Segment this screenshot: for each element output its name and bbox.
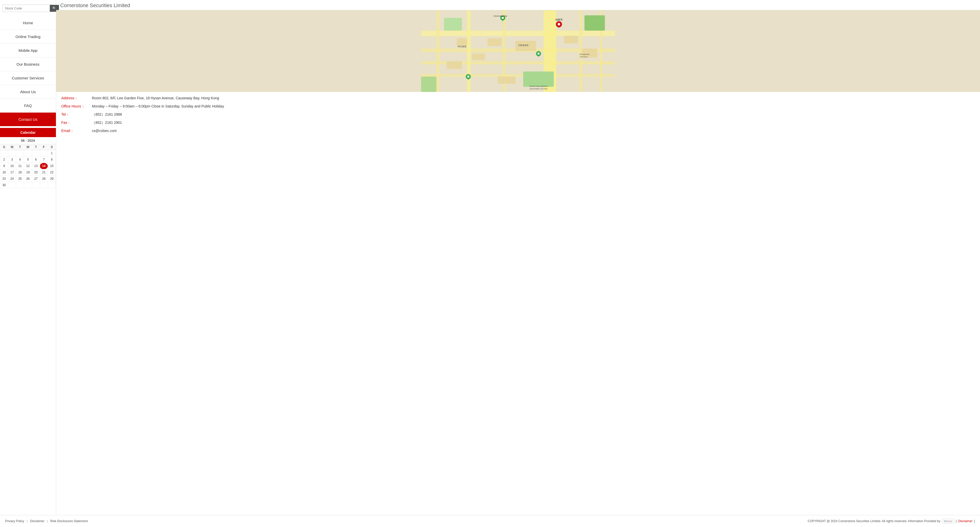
- calendar-day[interactable]: 30: [0, 182, 8, 188]
- svg-rect-13: [523, 72, 554, 87]
- calendar-week-row: 9101112131415: [0, 163, 56, 169]
- cal-dow-3: W: [24, 144, 32, 150]
- nav-item-contact-us[interactable]: Contact Us: [0, 113, 56, 126]
- calendar-day: [8, 182, 16, 188]
- office-hours-value: Monday – Friday ~ 9:00am – 6:00pm Close …: [92, 104, 224, 108]
- calendar-day[interactable]: 10: [8, 163, 16, 169]
- privacy-policy-link[interactable]: Privacy Policy: [5, 519, 24, 523]
- svg-rect-5: [436, 10, 439, 92]
- cal-dow-2: T: [16, 144, 24, 150]
- nav-item-faq[interactable]: FAQ: [0, 99, 56, 113]
- footer-right: COPYRIGHT @ 2024 Cornerstone Securities …: [808, 519, 975, 524]
- contact-info: Address： Room 802, 8/F, Lee Garden Five,…: [56, 92, 980, 141]
- calendar-week-row: 23242526272829: [0, 176, 56, 182]
- calendar-day[interactable]: 2: [0, 156, 8, 163]
- search-icon: 🔍: [52, 6, 56, 10]
- calendar-day[interactable]: 29: [48, 176, 56, 182]
- office-hours-label: Office Hours：: [61, 104, 92, 109]
- calendar-day: [24, 182, 32, 188]
- calendar-day: [32, 182, 40, 188]
- nav-item-our-business[interactable]: Our Business: [0, 57, 56, 71]
- calendar-day[interactable]: 5: [24, 156, 32, 163]
- svg-rect-21: [447, 61, 462, 69]
- sidebar-nav: Home Online Trading Mobile App Our Busin…: [0, 16, 56, 126]
- calendar-day[interactable]: 6: [32, 156, 40, 163]
- nav-item-home[interactable]: Home: [0, 16, 56, 30]
- page-wrapper: 🔍 Home Online Trading Mobile App Our Bus…: [0, 0, 980, 527]
- calendar-day[interactable]: 1: [48, 150, 56, 156]
- calendar-day: [32, 150, 40, 156]
- email-row: Email： cs@cslsec.com: [61, 129, 975, 133]
- calendar-day: [40, 150, 48, 156]
- risk-disclosures-link[interactable]: Risk Disclosures Statement: [50, 519, 88, 523]
- footer-copyright: COPYRIGHT @ 2024 Cornerstone Securities …: [808, 519, 940, 523]
- calendar-day: [40, 182, 48, 188]
- svg-text:South China Athletic: South China Athletic: [529, 85, 547, 87]
- tel-row: Tel： （852）2161 2988: [61, 112, 975, 117]
- address-row: Address： Room 802, 8/F, Lee Garden Five,…: [61, 96, 975, 100]
- content-area: Cornerstone Securities Limited: [56, 0, 980, 515]
- calendar-day[interactable]: 4: [16, 156, 24, 163]
- calendar-day[interactable]: 20: [32, 169, 40, 176]
- calendar-day[interactable]: 11: [16, 163, 24, 169]
- calendar-day[interactable]: 14: [40, 163, 48, 169]
- footer-disclaimer-bracket-open: [: [956, 519, 956, 523]
- calendar-week-row: 2345678: [0, 156, 56, 163]
- calendar-day: [24, 150, 32, 156]
- calendar-day[interactable]: 12: [24, 163, 32, 169]
- search-input[interactable]: [3, 5, 50, 12]
- footer: Privacy Policy | Disclaimer | Risk Discl…: [0, 515, 980, 527]
- footer-disclaimer-link[interactable]: Disclaimer: [958, 519, 973, 523]
- cal-dow-4: T: [32, 144, 40, 150]
- svg-point-31: [538, 53, 540, 55]
- cal-dow-6: S: [48, 144, 56, 150]
- map-container: 銅鑼灣 Causeway Bay 時代廣場 利舞臺廣場 Disciplined …: [56, 10, 980, 92]
- calendar-day[interactable]: 8: [48, 156, 56, 163]
- calendar-day[interactable]: 18: [16, 169, 24, 176]
- sidebar: 🔍 Home Online Trading Mobile App Our Bus…: [0, 0, 56, 515]
- calendar-day: [48, 182, 56, 188]
- calendar-day[interactable]: 16: [0, 169, 8, 176]
- svg-text:Disciplined: Disciplined: [579, 53, 589, 56]
- svg-point-34: [468, 76, 469, 78]
- calendar-day[interactable]: 23: [0, 176, 8, 182]
- calendar-day[interactable]: 21: [40, 169, 48, 176]
- tel-label: Tel：: [61, 112, 92, 117]
- calendar-day[interactable]: 25: [16, 176, 24, 182]
- svg-point-25: [558, 23, 560, 25]
- calendar-section: Calendar 06 - 2024 S M T W T F S: [0, 128, 56, 188]
- calendar-day[interactable]: 13: [32, 163, 40, 169]
- calendar-day[interactable]: 28: [40, 176, 48, 182]
- calendar-day[interactable]: 9: [0, 163, 8, 169]
- cal-dow-0: S: [0, 144, 8, 150]
- provider-logo: Winner: [942, 519, 955, 524]
- nav-item-about-us[interactable]: About Us: [0, 85, 56, 99]
- calendar-day[interactable]: 7: [40, 156, 48, 163]
- nav-item-online-trading[interactable]: Online Trading: [0, 30, 56, 44]
- calendar-table: S M T W T F S 12345678910111213141516171…: [0, 144, 56, 188]
- company-title: Cornerstone Securities Limited: [56, 0, 980, 10]
- calendar-day: [16, 150, 24, 156]
- office-hours-row: Office Hours： Monday – Friday ~ 9:00am –…: [61, 104, 975, 109]
- footer-sep-1: |: [27, 519, 27, 523]
- nav-item-mobile-app[interactable]: Mobile App: [0, 44, 56, 57]
- calendar-day[interactable]: 15: [48, 163, 56, 169]
- svg-text:利舞臺廣場: 利舞臺廣場: [518, 44, 528, 46]
- calendar-day[interactable]: 17: [8, 169, 16, 176]
- calendar-day[interactable]: 27: [32, 176, 40, 182]
- fax-label: Fax：: [61, 121, 92, 125]
- svg-rect-4: [421, 74, 615, 76]
- nav-item-customer-services[interactable]: Customer Services: [0, 71, 56, 85]
- calendar-day[interactable]: 24: [8, 176, 16, 182]
- calendar-day[interactable]: 22: [48, 169, 56, 176]
- svg-rect-12: [585, 15, 605, 31]
- disclaimer-link-footer[interactable]: Disclaimer: [30, 519, 45, 523]
- fax-value: （852）2161 2901: [92, 121, 122, 125]
- calendar-month: 06 - 2024: [0, 137, 56, 144]
- calendar-day[interactable]: 26: [24, 176, 32, 182]
- calendar-week-row: 1: [0, 150, 56, 156]
- footer-left: Privacy Policy | Disclaimer | Risk Discl…: [5, 519, 88, 523]
- calendar-day[interactable]: 19: [24, 169, 32, 176]
- svg-text:Association (SCAA): Association (SCAA): [530, 88, 547, 90]
- calendar-day[interactable]: 3: [8, 156, 16, 163]
